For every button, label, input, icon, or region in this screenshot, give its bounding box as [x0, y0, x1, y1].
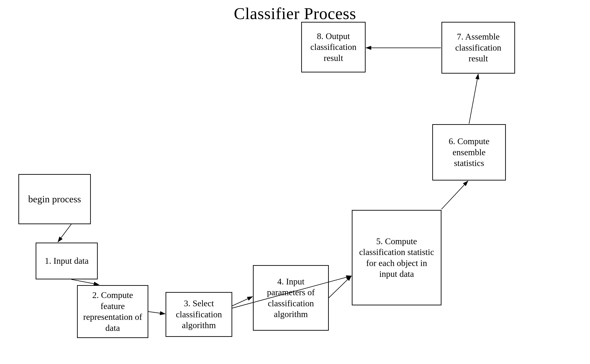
svg-line-7 — [441, 181, 468, 209]
box-2: 2. Compute feature representation of dat… — [77, 285, 148, 338]
page-title: Classifier Process — [0, 0, 590, 23]
svg-line-1 — [58, 224, 71, 242]
box-8: 8. Output classification result — [301, 22, 366, 72]
box-7: 7. Assemble classification result — [441, 22, 515, 74]
box-4: 4. Input parameters of classification al… — [253, 265, 329, 331]
svg-line-4 — [232, 297, 253, 306]
box-6: 6. Compute ensemble statistics — [432, 124, 506, 181]
svg-line-8 — [469, 74, 478, 124]
box-3: 3. Select classification algorithm — [166, 292, 232, 337]
begin-box: begin process — [18, 174, 91, 224]
svg-line-2 — [71, 280, 99, 285]
box-1: 1. Input data — [36, 243, 98, 280]
diagram-container: Classifier Process begin process 1. Inpu… — [0, 0, 590, 364]
box-5: 5. Compute classification statistic for … — [352, 210, 441, 305]
svg-line-6 — [329, 276, 351, 298]
svg-line-3 — [148, 312, 165, 314]
